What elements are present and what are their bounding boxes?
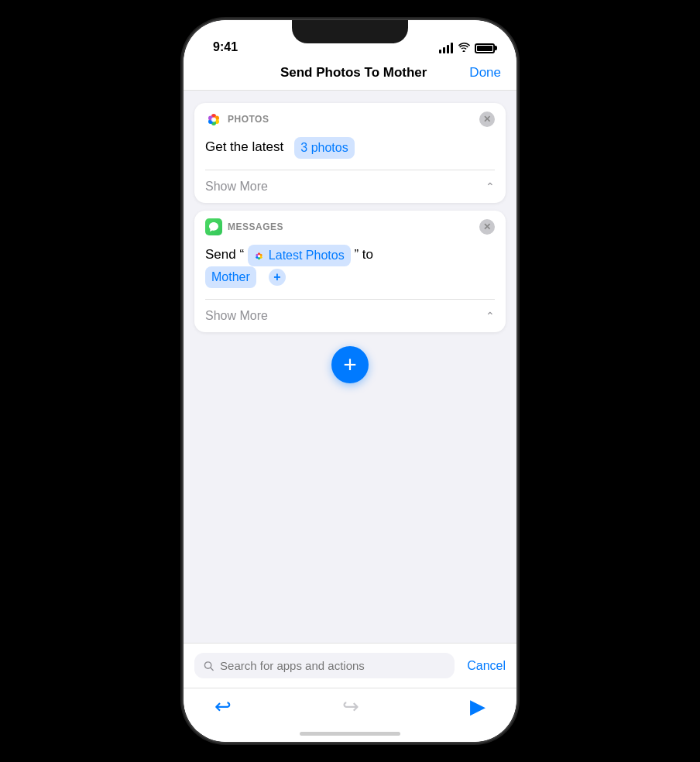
messages-action-card: MESSAGES ✕ Send “ <box>194 211 506 332</box>
add-action-section: + <box>194 346 506 383</box>
signal-bar-4 <box>451 43 453 53</box>
add-recipient-button[interactable]: + <box>269 269 286 286</box>
home-indicator <box>300 732 400 736</box>
svg-point-6 <box>211 118 216 122</box>
main-content: PHOTOS ✕ Get the latest 3 photos Show Mo… <box>184 91 516 643</box>
messages-card-header: MESSAGES ✕ <box>194 211 506 242</box>
photos-app-name: PHOTOS <box>228 114 269 125</box>
photos-action-text: Get the latest <box>205 139 283 154</box>
screen: 9:41 Send Photos To Mother Done <box>184 20 516 742</box>
mother-token-text: Mother <box>211 268 250 287</box>
photos-card-footer[interactable]: Show More ⌃ <box>194 170 506 203</box>
battery-fill <box>477 46 492 51</box>
photos-close-button[interactable]: ✕ <box>479 112 495 127</box>
messages-card-body: Send “ Latest Photos ” t <box>194 242 506 299</box>
search-area: Cancel <box>184 643 516 688</box>
status-time: 9:41 <box>205 40 238 54</box>
done-button[interactable]: Done <box>469 65 501 81</box>
messages-close-button[interactable]: ✕ <box>479 219 495 235</box>
signal-bar-3 <box>447 45 449 53</box>
photos-card-header-left: PHOTOS <box>205 111 269 128</box>
signal-bar-2 <box>443 47 445 53</box>
notch <box>292 20 408 43</box>
photos-count-token-text: 3 photos <box>300 139 348 157</box>
signal-bars-icon <box>439 43 453 53</box>
wifi-icon <box>458 42 470 54</box>
play-button[interactable]: ▶ <box>470 695 486 719</box>
redo-button: ↪ <box>342 695 359 719</box>
search-bar <box>194 653 455 678</box>
messages-app-icon <box>205 218 222 235</box>
messages-card-footer[interactable]: Show More ⌃ <box>194 300 506 332</box>
phone-frame: 9:41 Send Photos To Mother Done <box>184 20 516 742</box>
nav-title: Send Photos To Mother <box>280 65 427 81</box>
photos-card-body: Get the latest 3 photos <box>194 134 506 170</box>
search-icon <box>204 661 214 671</box>
send-prefix-text: Send “ <box>205 247 244 262</box>
svg-point-13 <box>258 255 261 258</box>
photos-chevron-icon: ⌃ <box>486 180 495 193</box>
messages-app-name: MESSAGES <box>228 221 283 232</box>
battery-icon <box>475 43 495 53</box>
photos-count-token[interactable]: 3 photos <box>294 137 354 159</box>
search-cancel-button[interactable]: Cancel <box>467 659 506 673</box>
search-input[interactable] <box>220 659 445 672</box>
add-action-button[interactable]: + <box>331 346 369 383</box>
photos-card-header: PHOTOS ✕ <box>194 103 506 134</box>
messages-card-header-left: MESSAGES <box>205 218 283 235</box>
messages-chevron-icon: ⌃ <box>486 310 495 322</box>
photos-action-card: PHOTOS ✕ Get the latest 3 photos Show Mo… <box>194 103 506 203</box>
latest-photos-token-text: Latest Photos <box>269 246 345 265</box>
signal-bar-1 <box>439 50 441 53</box>
latest-photos-token[interactable]: Latest Photos <box>248 245 351 266</box>
undo-button[interactable]: ↩ <box>214 695 232 719</box>
send-middle-text: ” to <box>354 247 373 262</box>
svg-line-15 <box>211 668 213 670</box>
messages-show-more-label: Show More <box>205 309 268 323</box>
photos-show-more-label: Show More <box>205 180 268 194</box>
photos-app-icon <box>205 111 222 128</box>
nav-bar: Send Photos To Mother Done <box>184 59 516 91</box>
add-action-icon: + <box>343 352 357 378</box>
mother-token[interactable]: Mother <box>205 266 256 288</box>
status-icons <box>439 42 495 54</box>
